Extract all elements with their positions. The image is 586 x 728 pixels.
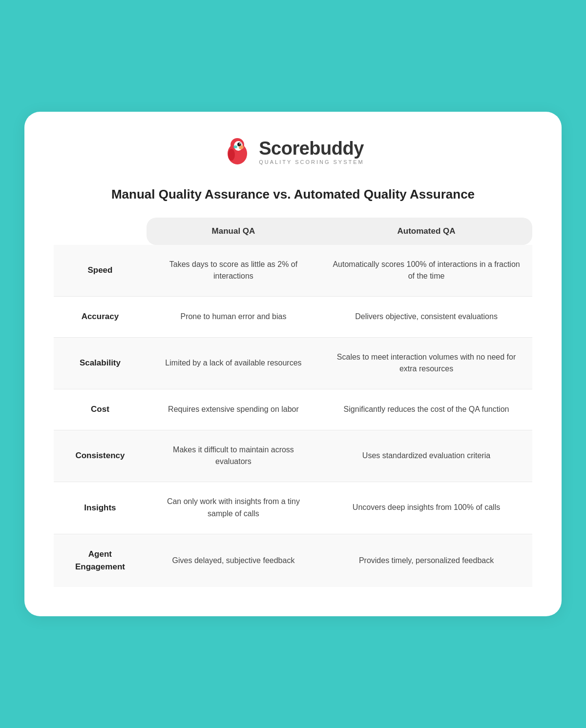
row-automated: Significantly reduces the cost of the QA… (320, 389, 532, 430)
svg-point-4 (240, 143, 241, 144)
col-header-category (54, 218, 146, 245)
table-row: SpeedTakes days to score as little as 2%… (54, 245, 532, 297)
logo-area: Scorebuddy QUALITY SCORING SYSTEM (54, 136, 532, 167)
row-manual: Limited by a lack of available resources (146, 337, 320, 389)
comparison-table: Manual QA Automated QA SpeedTakes days t… (54, 218, 532, 587)
logo-container: Scorebuddy QUALITY SCORING SYSTEM (222, 136, 364, 167)
row-category: Insights (54, 482, 146, 534)
row-manual: Prone to human error and bias (146, 297, 320, 337)
row-automated: Automatically scores 100% of interaction… (320, 245, 532, 297)
row-manual: Requires extensive spending on labor (146, 389, 320, 430)
col-header-automated: Automated QA (320, 218, 532, 245)
row-automated: Uses standardized evaluation criteria (320, 430, 532, 482)
table-row: AccuracyProne to human error and biasDel… (54, 297, 532, 337)
table-row: Agent EngagementGives delayed, subjectiv… (54, 534, 532, 587)
row-category: Accuracy (54, 297, 146, 337)
row-category: Consistency (54, 430, 146, 482)
row-category: Agent Engagement (54, 534, 146, 587)
logo-tagline: QUALITY SCORING SYSTEM (259, 159, 364, 165)
row-manual: Takes days to score as little as 2% of i… (146, 245, 320, 297)
table-row: ScalabilityLimited by a lack of availabl… (54, 337, 532, 389)
row-category: Scalability (54, 337, 146, 389)
row-automated: Delivers objective, consistent evaluatio… (320, 297, 532, 337)
row-manual: Makes it difficult to maintain across ev… (146, 430, 320, 482)
table-header-row: Manual QA Automated QA (54, 218, 532, 245)
row-category: Speed (54, 245, 146, 297)
logo-text-group: Scorebuddy QUALITY SCORING SYSTEM (259, 138, 364, 165)
page-title: Manual Quality Assurance vs. Automated Q… (54, 187, 532, 202)
svg-point-6 (228, 149, 235, 161)
row-category: Cost (54, 389, 146, 430)
scorebuddy-logo-icon (222, 136, 253, 167)
row-manual: Gives delayed, subjective feedback (146, 534, 320, 587)
row-automated: Provides timely, personalized feedback (320, 534, 532, 587)
table-row: CostRequires extensive spending on labor… (54, 389, 532, 430)
row-automated: Uncovers deep insights from 100% of call… (320, 482, 532, 534)
row-automated: Scales to meet interaction volumes with … (320, 337, 532, 389)
col-header-manual: Manual QA (146, 218, 320, 245)
main-card: Scorebuddy QUALITY SCORING SYSTEM Manual… (24, 112, 562, 617)
svg-point-7 (233, 145, 237, 148)
table-row: InsightsCan only work with insights from… (54, 482, 532, 534)
table-body: SpeedTakes days to score as little as 2%… (54, 245, 532, 587)
logo-name: Scorebuddy (259, 138, 364, 159)
table-row: ConsistencyMakes it difficult to maintai… (54, 430, 532, 482)
row-manual: Can only work with insights from a tiny … (146, 482, 320, 534)
